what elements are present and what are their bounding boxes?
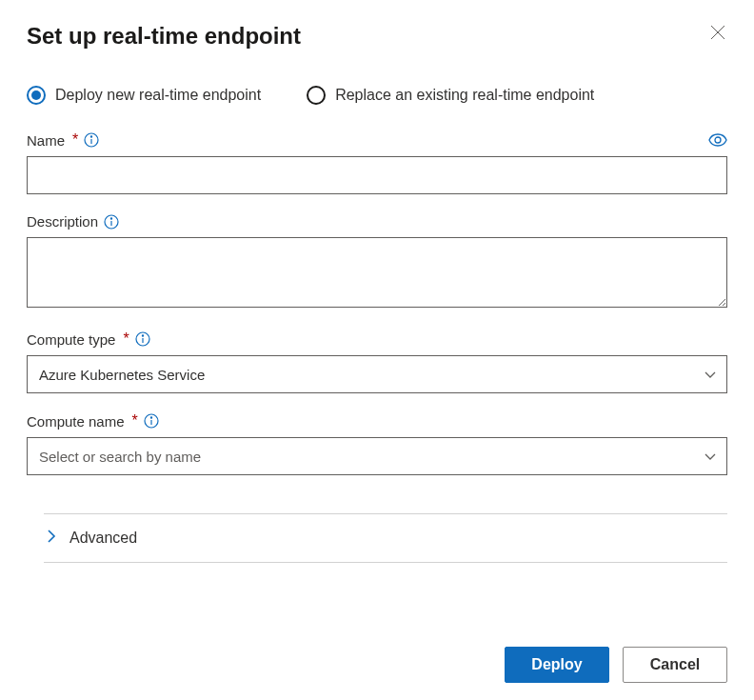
required-indicator: *: [123, 330, 129, 348]
compute-type-select[interactable]: Azure Kubernetes Service: [27, 355, 727, 393]
info-icon[interactable]: [104, 214, 119, 230]
compute-type-value: Azure Kubernetes Service: [39, 367, 205, 383]
compute-name-select[interactable]: Select or search by name: [27, 437, 727, 475]
name-input[interactable]: [27, 156, 727, 194]
compute-name-placeholder: Select or search by name: [39, 449, 201, 465]
radio-deploy-new[interactable]: Deploy new real-time endpoint: [27, 86, 261, 105]
description-label: Description: [27, 213, 98, 230]
radio-selected-icon: [27, 86, 46, 105]
compute-type-label: Compute type: [27, 331, 115, 348]
info-icon[interactable]: [144, 413, 159, 429]
name-label: Name: [27, 132, 65, 149]
required-indicator: *: [72, 131, 78, 149]
compute-name-label: Compute name: [27, 413, 125, 430]
radio-deploy-new-label: Deploy new real-time endpoint: [55, 87, 261, 104]
cancel-button[interactable]: Cancel: [623, 647, 727, 683]
svg-point-11: [142, 335, 143, 336]
close-icon: [710, 25, 725, 43]
deployment-mode-radio-group: Deploy new real-time endpoint Replace an…: [27, 86, 727, 105]
visibility-icon[interactable]: [708, 133, 727, 147]
radio-replace-existing[interactable]: Replace an existing real-time endpoint: [307, 86, 594, 105]
svg-point-4: [91, 136, 92, 137]
deploy-button[interactable]: Deploy: [505, 647, 609, 683]
advanced-toggle[interactable]: Advanced: [44, 514, 727, 562]
radio-unselected-icon: [307, 86, 326, 105]
advanced-label: Advanced: [69, 530, 137, 547]
info-icon[interactable]: [135, 331, 150, 347]
svg-point-14: [150, 417, 151, 418]
chevron-right-icon: [48, 530, 56, 547]
description-textarea[interactable]: [27, 237, 727, 308]
radio-replace-existing-label: Replace an existing real-time endpoint: [335, 87, 594, 104]
required-indicator: *: [132, 412, 138, 430]
svg-point-5: [715, 137, 721, 143]
dialog-title: Set up real-time endpoint: [27, 23, 301, 50]
close-button[interactable]: [708, 23, 727, 45]
svg-point-8: [110, 217, 111, 218]
info-icon[interactable]: [84, 132, 99, 148]
